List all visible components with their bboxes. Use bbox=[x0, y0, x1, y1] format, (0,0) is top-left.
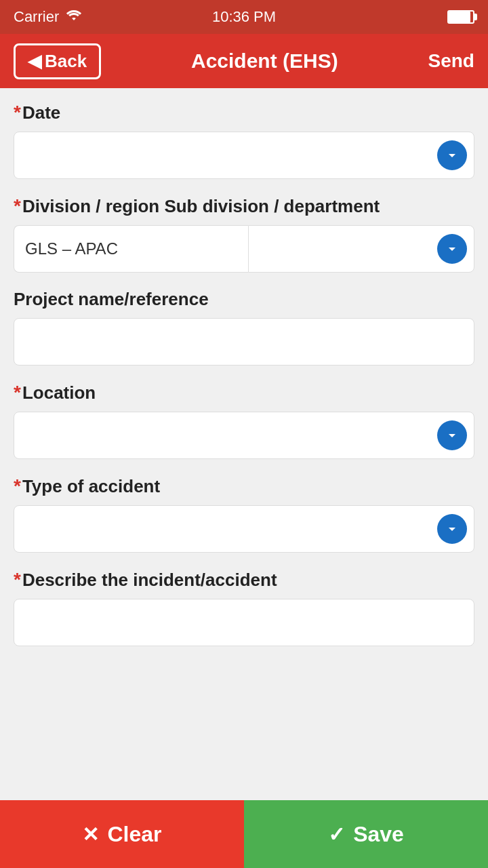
clear-label: Clear bbox=[107, 822, 161, 847]
date-label: * Date bbox=[14, 102, 474, 123]
carrier-wifi: Carrier bbox=[14, 8, 82, 26]
date-required-star: * bbox=[14, 102, 21, 123]
date-field-group: * Date bbox=[14, 102, 474, 179]
location-required-star: * bbox=[14, 382, 21, 403]
clear-button[interactable]: ✕ Clear bbox=[0, 800, 244, 868]
location-dropdown-arrow bbox=[437, 420, 467, 450]
status-bar: Carrier 10:36 PM bbox=[0, 0, 488, 34]
back-button[interactable]: ◀ Back bbox=[14, 43, 101, 79]
save-check-icon: ✓ bbox=[328, 823, 345, 846]
wifi-icon bbox=[66, 8, 82, 26]
send-button[interactable]: Send bbox=[428, 50, 474, 72]
nav-bar: ◀ Back Accident (EHS) Send bbox=[0, 34, 488, 88]
date-dropdown-arrow bbox=[437, 140, 467, 170]
project-input[interactable] bbox=[14, 318, 474, 366]
subdivision-dropdown-arrow bbox=[437, 234, 467, 264]
location-label: * Location bbox=[14, 382, 474, 403]
page-title: Accident (EHS) bbox=[191, 50, 338, 73]
form-content: * Date * Division / region Sub division … bbox=[0, 88, 488, 800]
division-required-star: * bbox=[14, 195, 21, 217]
project-label: Project name/reference bbox=[14, 289, 474, 310]
carrier-label: Carrier bbox=[14, 8, 59, 26]
describe-required-star: * bbox=[14, 569, 21, 591]
accident-type-required-star: * bbox=[14, 475, 21, 497]
division-row: GLS – APAC bbox=[14, 225, 474, 273]
accident-type-field-group: * Type of accident bbox=[14, 475, 474, 553]
subdivision-dropdown[interactable] bbox=[248, 225, 475, 273]
describe-label: * Describe the incident/accident bbox=[14, 569, 474, 591]
date-dropdown[interactable] bbox=[14, 132, 474, 179]
save-button[interactable]: ✓ Save bbox=[244, 800, 488, 868]
division-label: * Division / region Sub division / depar… bbox=[14, 195, 474, 217]
accident-type-label: * Type of accident bbox=[14, 475, 474, 497]
accident-type-dropdown-arrow bbox=[437, 514, 467, 544]
division-left-field[interactable]: GLS – APAC bbox=[14, 225, 248, 273]
location-dropdown[interactable] bbox=[14, 412, 474, 459]
bottom-buttons: ✕ Clear ✓ Save bbox=[0, 800, 488, 868]
back-label: Back bbox=[45, 51, 87, 72]
back-arrow-icon: ◀ bbox=[28, 51, 41, 72]
division-field-group: * Division / region Sub division / depar… bbox=[14, 195, 474, 273]
battery-icon bbox=[447, 10, 474, 24]
division-value: GLS – APAC bbox=[25, 239, 118, 258]
accident-type-dropdown[interactable] bbox=[14, 505, 474, 553]
describe-textarea[interactable] bbox=[14, 599, 474, 646]
describe-field-group: * Describe the incident/accident bbox=[14, 569, 474, 649]
time-label: 10:36 PM bbox=[212, 8, 276, 26]
location-field-group: * Location bbox=[14, 382, 474, 459]
save-label: Save bbox=[353, 822, 404, 847]
project-field-group: Project name/reference bbox=[14, 289, 474, 366]
clear-x-icon: ✕ bbox=[82, 823, 99, 846]
